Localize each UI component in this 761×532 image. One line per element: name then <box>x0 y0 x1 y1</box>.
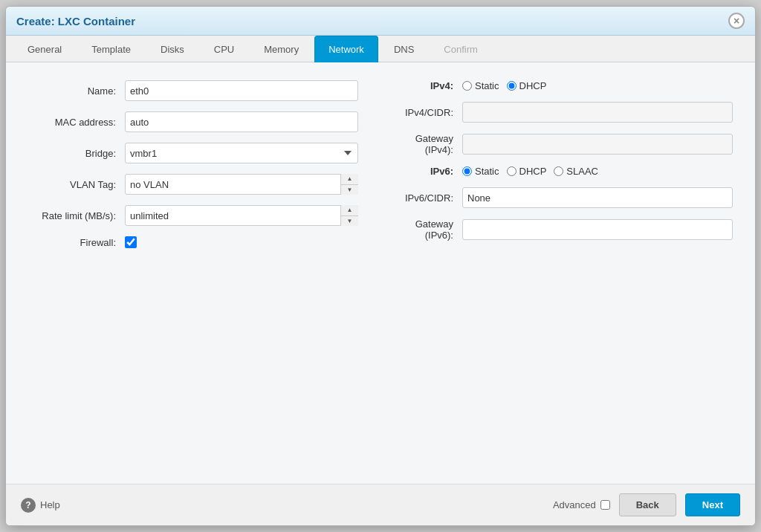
advanced-checkbox[interactable] <box>600 500 610 510</box>
tab-general[interactable]: General <box>13 36 76 62</box>
ipv6-slaac-radio[interactable] <box>554 166 563 176</box>
ipv4cidr-label: IPv4/CIDR: <box>403 107 462 118</box>
firewall-label: Firewall: <box>28 237 125 248</box>
gateway-ipv4-input[interactable] <box>462 134 733 155</box>
gateway-ipv4-label: Gateway (IPv4): <box>403 133 462 155</box>
dialog-title: Create: LXC Container <box>16 15 135 27</box>
ipv6-slaac-label: SLAAC <box>566 166 598 177</box>
firewall-row: Firewall: <box>28 236 358 248</box>
ipv6cidr-row: IPv6/CIDR: <box>403 187 733 208</box>
ipv6-label: IPv6: <box>403 166 462 177</box>
ipv4-dhcp-option[interactable]: DHCP <box>507 80 547 91</box>
tab-bar: General Template Disks CPU Memory Networ… <box>6 36 755 62</box>
tab-memory[interactable]: Memory <box>250 36 313 62</box>
mac-input[interactable] <box>125 111 358 132</box>
ipv6-dhcp-option[interactable]: DHCP <box>507 166 547 177</box>
ipv4-static-option[interactable]: Static <box>462 80 499 91</box>
tab-confirm: Confirm <box>430 36 492 62</box>
gateway-ipv4-row: Gateway (IPv4): <box>403 133 733 155</box>
dialog-content: Name: MAC address: Bridge: vmbr1 vmbr0 v… <box>6 62 755 484</box>
bridge-row: Bridge: vmbr1 vmbr0 vmbr2 <box>28 143 358 163</box>
close-button[interactable]: × <box>728 13 745 29</box>
ipv6-static-label: Static <box>475 166 499 177</box>
vlan-down-btn[interactable]: ▼ <box>341 185 358 195</box>
dialog-header: Create: LXC Container × <box>6 7 755 36</box>
mac-row: MAC address: <box>28 111 358 132</box>
next-button[interactable]: Next <box>685 493 740 516</box>
bridge-select[interactable]: vmbr1 vmbr0 vmbr2 <box>125 143 358 163</box>
ipv4-label: IPv4: <box>403 80 462 91</box>
ipv6-slaac-option[interactable]: SLAAC <box>554 166 598 177</box>
ipv6-radio-group: Static DHCP SLAAC <box>462 166 733 177</box>
mac-label: MAC address: <box>28 117 125 128</box>
ipv4-static-radio[interactable] <box>462 81 472 91</box>
ipv4-dhcp-label: DHCP <box>519 80 547 91</box>
bridge-label: Bridge: <box>28 148 125 159</box>
ipv6-static-radio[interactable] <box>462 166 472 176</box>
ipv6cidr-input[interactable] <box>462 187 733 208</box>
gateway-ipv6-row: Gateway (IPv6): <box>403 218 733 241</box>
ipv4-static-label: Static <box>475 80 499 91</box>
lxc-create-dialog: Create: LXC Container × General Template… <box>5 6 756 526</box>
rate-label: Rate limit (MB/s): <box>28 210 125 221</box>
vlan-label: VLAN Tag: <box>28 179 125 190</box>
name-input[interactable] <box>125 80 358 101</box>
tab-disks[interactable]: Disks <box>146 36 198 62</box>
vlan-input-wrap: ▲ ▼ <box>125 174 358 195</box>
vlan-input[interactable] <box>125 174 358 195</box>
help-icon: ? <box>21 498 36 513</box>
vlan-spinner-btns: ▲ ▼ <box>340 174 358 195</box>
rate-down-btn[interactable]: ▼ <box>341 216 358 227</box>
right-form-col: IPv4: Static DHCP IPv4/CIDR: <box>403 80 733 259</box>
rate-spinner-btns: ▲ ▼ <box>340 205 358 226</box>
tab-network[interactable]: Network <box>314 36 378 62</box>
ipv4-row: IPv4: Static DHCP <box>403 80 733 91</box>
ipv4cidr-row: IPv4/CIDR: <box>403 102 733 123</box>
advanced-text: Advanced <box>553 499 596 510</box>
firewall-checkbox[interactable] <box>125 236 137 248</box>
rate-row: Rate limit (MB/s): ▲ ▼ <box>28 205 358 226</box>
back-button[interactable]: Back <box>619 493 676 516</box>
left-form-col: Name: MAC address: Bridge: vmbr1 vmbr0 v… <box>28 80 358 259</box>
rate-up-btn[interactable]: ▲ <box>341 205 358 216</box>
tab-cpu[interactable]: CPU <box>200 36 248 62</box>
form-section: Name: MAC address: Bridge: vmbr1 vmbr0 v… <box>28 80 733 259</box>
name-label: Name: <box>28 85 125 97</box>
gateway-ipv6-input[interactable] <box>462 219 733 240</box>
name-row: Name: <box>28 80 358 101</box>
rate-input-wrap: ▲ ▼ <box>125 205 358 226</box>
footer-right: Advanced Back Next <box>553 493 740 516</box>
tab-dns[interactable]: DNS <box>380 36 428 62</box>
ipv4-dhcp-radio[interactable] <box>507 81 516 91</box>
ipv6cidr-label: IPv6/CIDR: <box>403 192 462 204</box>
vlan-up-btn[interactable]: ▲ <box>341 174 358 185</box>
ipv4cidr-input[interactable] <box>462 102 733 123</box>
ipv6-dhcp-label: DHCP <box>519 166 547 177</box>
tab-template[interactable]: Template <box>77 36 145 62</box>
help-label: Help <box>40 499 60 510</box>
ipv6-row: IPv6: Static DHCP SLAAC <box>403 166 733 177</box>
rate-input[interactable] <box>125 205 358 226</box>
gateway-ipv6-label: Gateway (IPv6): <box>403 218 462 241</box>
advanced-label[interactable]: Advanced <box>553 499 610 510</box>
ipv4-radio-group: Static DHCP <box>462 80 733 91</box>
vlan-row: VLAN Tag: ▲ ▼ <box>28 174 358 195</box>
ipv6-dhcp-radio[interactable] <box>507 166 516 176</box>
dialog-footer: ? Help Advanced Back Next <box>6 484 755 525</box>
firewall-checkbox-wrap <box>125 236 137 248</box>
help-button[interactable]: ? Help <box>21 498 60 513</box>
ipv6-static-option[interactable]: Static <box>462 166 499 177</box>
